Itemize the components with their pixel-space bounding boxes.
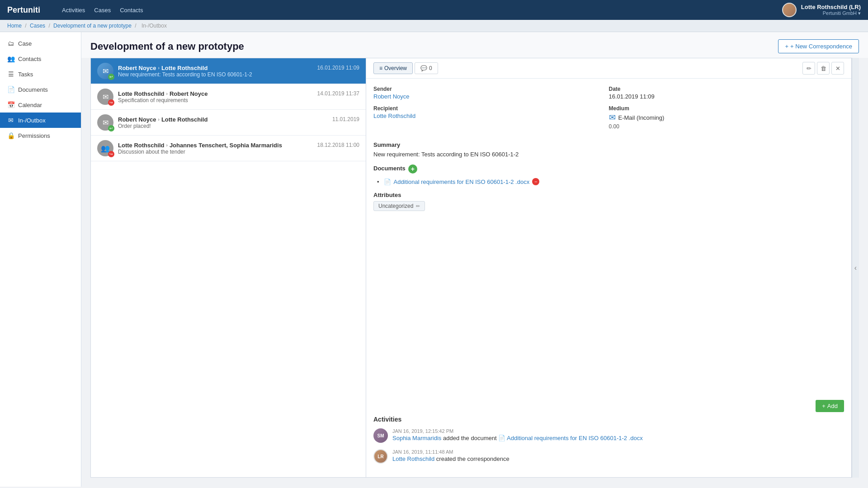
sidebar-item-inoutbox[interactable]: ✉ In-/Outbox xyxy=(0,113,81,128)
summary-text: New requirement: Tests according to EN I… xyxy=(373,151,844,158)
close-button[interactable]: ✕ xyxy=(831,62,844,75)
close-icon: ✕ xyxy=(835,65,840,72)
sidebar-item-permissions[interactable]: 🔒 Permissions xyxy=(0,128,81,143)
sidebar: 🗂 Case 👥 Contacts ☰ Tasks 📄 Documents 📅 … xyxy=(0,32,81,487)
remove-document-button-1[interactable]: − xyxy=(532,178,539,185)
medium-text: E-Mail (Incoming) xyxy=(618,114,665,121)
documents-section: Documents + • 📄 Additional requirements … xyxy=(373,163,844,185)
activity-body-2: JAN 16, 2019, 11:11:48 AM Lotte Rothschi… xyxy=(392,449,844,464)
document-link-1[interactable]: Additional requirements for EN ISO 60601… xyxy=(394,178,530,185)
breadcrumb-cases[interactable]: Cases xyxy=(30,23,45,29)
add-icon: + xyxy=(822,403,826,409)
correspondence-list: ✉ ↩ Robert Noyce › Lotte Rothschild 16.0… xyxy=(90,58,366,478)
detail-toolbar: ≡ Overview 💬 0 ✏ 🗑 ✕ xyxy=(366,58,851,79)
sidebar-label-case: Case xyxy=(18,40,32,47)
activity-timestamp-1: JAN 16, 2019, 12:15:42 PM xyxy=(392,428,844,434)
nav-links: Activities Cases Contacts xyxy=(62,7,143,14)
top-navigation: Pertuniti Activities Cases Contacts Lott… xyxy=(0,0,868,20)
collapse-handle[interactable]: ‹ xyxy=(852,58,859,478)
corr-participants-4: Lotte Rothschild › Johannes Tenschert, S… xyxy=(118,142,282,149)
sidebar-item-documents[interactable]: 📄 Documents xyxy=(0,82,81,97)
user-menu[interactable]: Lotte Rothschild (LR) Pertuniti GmbH ▾ xyxy=(782,3,861,17)
comment-icon: 💬 xyxy=(420,65,427,71)
correspondence-item-4[interactable]: 👥 ↪ Lotte Rothschild › Johannes Tenscher… xyxy=(91,136,366,161)
delete-button[interactable]: 🗑 xyxy=(817,62,830,75)
tab-comments[interactable]: 💬 0 xyxy=(415,62,438,74)
new-correspondence-button[interactable]: + + New Correspondence xyxy=(778,39,859,53)
tab-overview[interactable]: ≡ Overview xyxy=(373,62,413,74)
sidebar-item-calendar[interactable]: 📅 Calendar xyxy=(0,97,81,113)
date-label: Date xyxy=(609,86,844,92)
app-brand: Pertuniti xyxy=(7,5,40,15)
permissions-icon: 🔒 xyxy=(7,132,14,139)
detail-content: Sender Robert Noyce Recipient Lotte Roth… xyxy=(366,79,851,398)
corr-date-1: 16.01.2019 11:09 xyxy=(317,65,359,71)
corr-participants-2: Lotte Rothschild › Robert Noyce xyxy=(118,90,208,97)
medium-label: Medium xyxy=(609,105,844,112)
page-title: Development of a new prototype xyxy=(90,41,244,52)
activity-person-1[interactable]: Sophia Marmaridis xyxy=(392,435,441,441)
activity-item-1: SM JAN 16, 2019, 12:15:42 PM Sophia Marm… xyxy=(373,428,844,443)
breadcrumb-home[interactable]: Home xyxy=(7,23,22,29)
user-org: Pertuniti GmbH ▾ xyxy=(801,10,861,16)
add-label: Add xyxy=(827,403,838,409)
calendar-icon: 📅 xyxy=(7,101,14,108)
sidebar-item-tasks[interactable]: ☰ Tasks xyxy=(0,66,81,82)
detail-panel: ≡ Overview 💬 0 ✏ 🗑 ✕ xyxy=(366,58,852,478)
sidebar-label-documents: Documents xyxy=(18,86,48,93)
sender-label: Sender xyxy=(373,86,609,92)
corr-avatar-4: 👥 ↪ xyxy=(97,140,113,156)
sidebar-label-inoutbox: In-/Outbox xyxy=(18,117,46,124)
main-layout: 🗂 Case 👥 Contacts ☰ Tasks 📄 Documents 📅 … xyxy=(0,32,868,487)
sidebar-label-permissions: Permissions xyxy=(18,132,50,139)
user-avatar xyxy=(782,3,797,17)
edit-button[interactable]: ✏ xyxy=(802,62,815,75)
contacts-icon: 👥 xyxy=(7,55,14,62)
nav-contacts[interactable]: Contacts xyxy=(120,7,143,14)
summary-field: Summary New requirement: Tests according… xyxy=(373,141,844,158)
activity-person-2[interactable]: Lotte Rothschild xyxy=(392,455,434,462)
nav-cases[interactable]: Cases xyxy=(94,7,111,14)
attribute-tag-uncategorized: Uncategorized ✏ xyxy=(373,201,425,211)
recipient-field: Recipient Lotte Rothschild xyxy=(373,105,609,119)
activity-action-1: added the document xyxy=(443,435,497,441)
activity-text-2: Lotte Rothschild created the corresponde… xyxy=(392,455,844,462)
corr-summary-1: New requirement: Tests according to EN I… xyxy=(118,71,359,78)
sender-value[interactable]: Robert Noyce xyxy=(373,93,409,100)
activities-title: Activities xyxy=(373,416,844,423)
activity-doc-link-1[interactable]: Additional requirements for EN ISO 60601… xyxy=(507,435,643,441)
plus-icon: + xyxy=(785,43,788,50)
correspondence-item-1[interactable]: ✉ ↩ Robert Noyce › Lotte Rothschild 16.0… xyxy=(91,58,366,84)
sidebar-label-tasks: Tasks xyxy=(18,71,33,78)
correspondence-item-2[interactable]: ✉ ↪ Lotte Rothschild › Robert Noyce 14.0… xyxy=(91,84,366,110)
breadcrumb: Home / Cases / Development of a new prot… xyxy=(0,20,868,32)
recipient-value[interactable]: Lotte Rothschild xyxy=(373,113,415,119)
sidebar-item-case[interactable]: 🗂 Case xyxy=(0,36,81,51)
corr-participants-1: Robert Noyce › Lotte Rothschild xyxy=(118,65,208,71)
corr-avatar-1: ✉ ↩ xyxy=(97,63,113,79)
breadcrumb-current: In-/Outbox xyxy=(142,23,167,29)
tasks-icon: ☰ xyxy=(7,70,14,78)
correspondence-item-3[interactable]: ✉ ↩ Robert Noyce › Lotte Rothschild 11.0… xyxy=(91,110,366,136)
overview-icon: ≡ xyxy=(379,65,382,71)
corr-avatar-2: ✉ ↪ xyxy=(97,89,113,105)
comment-count: 0 xyxy=(429,65,432,71)
medium-value: ✉ E-Mail (Incoming) xyxy=(609,113,844,122)
activity-text-1: Sophia Marmaridis added the document 📄 A… xyxy=(392,435,844,441)
recipient-label: Recipient xyxy=(373,105,609,112)
nav-activities[interactable]: Activities xyxy=(62,7,85,14)
two-panel: ✉ ↩ Robert Noyce › Lotte Rothschild 16.0… xyxy=(81,58,868,487)
corr-summary-2: Specification of requirements xyxy=(118,97,359,103)
activity-action-2: created the correspondence xyxy=(436,455,509,462)
breadcrumb-case-name[interactable]: Development of a new prototype xyxy=(53,23,132,29)
add-document-button[interactable]: + xyxy=(408,164,417,174)
content-area: Development of a new prototype + + New C… xyxy=(81,32,868,487)
corr-summary-4: Discussion about the tender xyxy=(118,149,359,155)
add-button[interactable]: + Add xyxy=(816,400,844,412)
sidebar-item-contacts[interactable]: 👥 Contacts xyxy=(0,51,81,66)
edit-attribute-button[interactable]: ✏ xyxy=(416,203,420,209)
sidebar-label-calendar: Calendar xyxy=(18,102,42,108)
user-info: Lotte Rothschild (LR) Pertuniti GmbH ▾ xyxy=(801,4,861,16)
corr-date-4: 18.12.2018 11:00 xyxy=(317,142,359,148)
inoutbox-icon: ✉ xyxy=(7,117,14,124)
